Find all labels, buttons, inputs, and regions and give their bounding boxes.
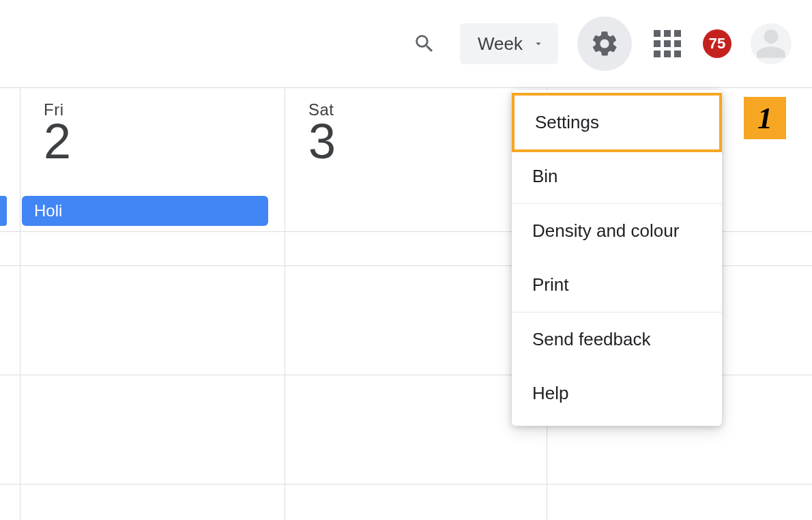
apps-button[interactable] xyxy=(651,27,684,60)
annotation-step-1: 1 xyxy=(744,97,786,139)
day-number-sat: 3 xyxy=(308,117,526,166)
view-selector[interactable]: Week xyxy=(460,23,558,64)
search-button[interactable] xyxy=(408,27,441,60)
day-number-fri: 2 xyxy=(44,117,264,166)
settings-menu: Settings Bin Density and colour Print Se… xyxy=(512,90,722,426)
settings-button[interactable] xyxy=(577,16,632,71)
annotation-number: 1 xyxy=(757,101,772,136)
day-column-fri[interactable]: Fri 2 Holi xyxy=(20,88,285,231)
notification-count: 75 xyxy=(709,35,725,53)
toolbar: Week 75 xyxy=(0,0,812,87)
menu-item-bin[interactable]: Bin xyxy=(512,149,722,203)
event-edge-thu[interactable] xyxy=(0,196,7,226)
event-title: Holi xyxy=(34,201,62,220)
notifications-badge[interactable]: 75 xyxy=(703,29,731,58)
event-holi[interactable]: Holi xyxy=(22,196,268,226)
view-label: Week xyxy=(478,33,523,55)
day-column-sat[interactable]: Sat 3 xyxy=(285,88,547,231)
menu-item-feedback[interactable]: Send feedback xyxy=(512,313,722,366)
menu-item-help[interactable]: Help xyxy=(512,366,722,420)
menu-item-print[interactable]: Print xyxy=(512,258,722,312)
gear-icon xyxy=(590,29,620,59)
menu-item-settings[interactable]: Settings xyxy=(512,93,722,152)
account-avatar[interactable] xyxy=(751,23,792,64)
apps-icon xyxy=(654,30,681,57)
avatar-icon xyxy=(754,27,788,61)
search-icon xyxy=(413,32,436,55)
time-row[interactable] xyxy=(0,484,812,520)
menu-item-density[interactable]: Density and colour xyxy=(512,204,722,258)
chevron-down-icon xyxy=(532,38,545,50)
day-column-thu[interactable] xyxy=(0,88,20,231)
